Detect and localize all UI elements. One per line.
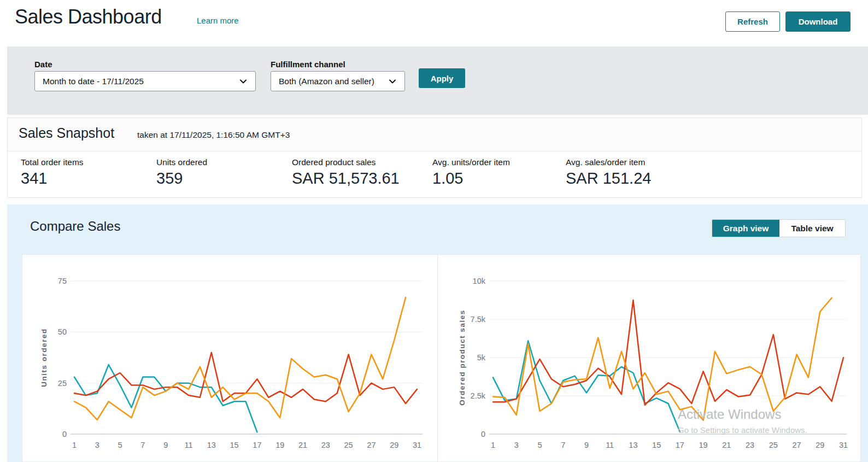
svg-text:9: 9 — [584, 441, 589, 449]
svg-text:13: 13 — [207, 441, 216, 449]
svg-text:7.5k: 7.5k — [471, 315, 486, 324]
graph-view-button[interactable]: Graph view — [712, 220, 779, 237]
svg-text:Units ordered: Units ordered — [40, 328, 48, 387]
date-select[interactable]: Month to date - 17/11/2025 — [34, 71, 256, 91]
metric-total-order-items: Total order items 341 — [21, 157, 84, 188]
sales-snapshot-title: Sales Snapshot — [19, 125, 114, 141]
svg-text:17: 17 — [676, 441, 684, 449]
compare-sales-chart-card: 0255075135791113151719212325272931Units … — [22, 254, 861, 462]
svg-text:25: 25 — [58, 379, 67, 388]
metric-avg-sales-per-order-item: Avg. sales/order item SAR 151.24 — [566, 157, 651, 188]
svg-text:50: 50 — [58, 328, 67, 336]
metric-units-ordered: Units ordered 359 — [156, 157, 207, 188]
view-toggle: Graph view Table view — [712, 219, 846, 237]
svg-text:19: 19 — [699, 441, 708, 449]
svg-text:27: 27 — [367, 441, 376, 449]
svg-text:1: 1 — [72, 441, 77, 449]
metric-value: 1.05 — [432, 169, 510, 188]
svg-text:3: 3 — [514, 441, 519, 449]
metric-label: Avg. sales/order item — [566, 157, 651, 167]
svg-text:7: 7 — [561, 441, 565, 449]
date-label: Date — [34, 60, 52, 69]
svg-text:23: 23 — [746, 441, 754, 449]
compare-sales-section: Compare Sales Graph view Table view 0255… — [7, 204, 868, 462]
fulfillment-channel-value: Both (Amazon and seller) — [279, 77, 374, 86]
metric-avg-units-per-order-item: Avg. units/order item 1.05 — [432, 157, 510, 188]
units-ordered-chart-panel: 0255075135791113151719212325272931Units … — [22, 255, 437, 461]
filter-bar: Date Month to date - 17/11/2025 Fulfillm… — [7, 46, 868, 115]
chevron-down-icon — [239, 77, 248, 86]
date-select-value: Month to date - 17/11/2025 — [43, 77, 144, 86]
sales-dashboard-page: Sales Dashboard Learn more Refresh Downl… — [0, 0, 868, 462]
svg-text:5: 5 — [118, 441, 122, 449]
svg-text:5: 5 — [537, 441, 542, 449]
metric-label: Avg. units/order item — [432, 157, 510, 167]
metric-ordered-product-sales: Ordered product sales SAR 51,573.61 — [292, 157, 400, 188]
svg-text:5k: 5k — [477, 353, 486, 362]
svg-text:2.5k: 2.5k — [471, 391, 486, 400]
svg-text:0: 0 — [481, 430, 485, 438]
ordered-product-sales-chart-panel: 02.5k5k7.5k10k13579111315171921232527293… — [437, 255, 860, 461]
metric-label: Total order items — [21, 157, 84, 167]
compare-sales-title: Compare Sales — [30, 219, 120, 234]
svg-text:17: 17 — [253, 441, 261, 449]
svg-text:27: 27 — [792, 441, 801, 449]
svg-text:0: 0 — [62, 430, 67, 438]
refresh-button[interactable]: Refresh — [725, 11, 780, 32]
metric-value: SAR 151.24 — [566, 169, 651, 188]
svg-text:11: 11 — [606, 441, 614, 449]
chevron-down-icon — [388, 77, 397, 86]
metric-label: Units ordered — [156, 157, 207, 167]
metric-label: Ordered product sales — [292, 157, 400, 167]
fulfillment-channel-label: Fulfillment channel — [271, 60, 345, 69]
table-view-button[interactable]: Table view — [779, 220, 845, 237]
svg-text:21: 21 — [298, 441, 307, 449]
svg-text:15: 15 — [230, 441, 239, 449]
svg-text:19: 19 — [275, 441, 284, 449]
svg-text:3: 3 — [95, 441, 99, 449]
svg-text:10k: 10k — [473, 277, 486, 285]
svg-text:31: 31 — [413, 441, 421, 449]
svg-text:Ordered product sales: Ordered product sales — [458, 309, 466, 406]
units-ordered-line-chart: 0255075135791113151719212325272931Units … — [22, 255, 437, 461]
ordered-product-sales-line-chart: 02.5k5k7.5k10k13579111315171921232527293… — [438, 255, 860, 461]
svg-text:25: 25 — [769, 441, 778, 449]
svg-text:11: 11 — [184, 441, 192, 449]
snapshot-timestamp: taken at 17/11/2025, 1:16:50 AM GMT+3 — [137, 130, 290, 140]
download-button[interactable]: Download — [785, 11, 851, 32]
svg-text:9: 9 — [163, 441, 168, 449]
page-title: Sales Dashboard — [15, 5, 162, 28]
svg-text:31: 31 — [839, 441, 848, 449]
svg-text:21: 21 — [722, 441, 731, 449]
sales-snapshot-card: Sales Snapshot taken at 17/11/2025, 1:16… — [7, 118, 862, 198]
svg-text:29: 29 — [390, 441, 398, 449]
svg-text:13: 13 — [629, 441, 637, 449]
fulfillment-channel-select[interactable]: Both (Amazon and seller) — [271, 71, 405, 91]
metric-value: 341 — [21, 169, 84, 188]
svg-text:23: 23 — [321, 441, 330, 449]
sales-snapshot-header: Sales Snapshot taken at 17/11/2025, 1:16… — [8, 118, 861, 151]
svg-text:1: 1 — [491, 441, 495, 449]
apply-button[interactable]: Apply — [419, 68, 465, 88]
svg-text:75: 75 — [58, 277, 67, 285]
svg-text:29: 29 — [816, 441, 824, 449]
svg-text:15: 15 — [652, 441, 661, 449]
metric-value: 359 — [156, 169, 207, 188]
learn-more-link[interactable]: Learn more — [197, 16, 239, 25]
metric-value: SAR 51,573.61 — [292, 169, 400, 188]
svg-text:25: 25 — [344, 441, 353, 449]
svg-text:7: 7 — [140, 441, 145, 449]
